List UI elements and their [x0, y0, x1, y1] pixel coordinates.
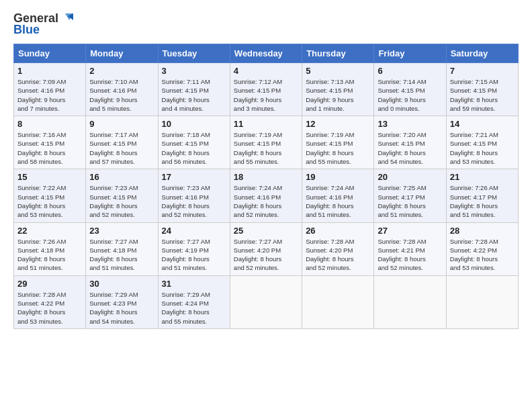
calendar-cell: 25Sunrise: 7:27 AM Sunset: 4:20 PM Dayli… [230, 222, 302, 275]
day-number: 9 [89, 119, 154, 129]
day-info: Sunrise: 7:25 AM Sunset: 4:17 PM Dayligh… [378, 183, 442, 219]
calendar-cell: 12Sunrise: 7:19 AM Sunset: 4:15 PM Dayli… [302, 116, 374, 169]
day-info: Sunrise: 7:23 AM Sunset: 4:16 PM Dayligh… [162, 183, 226, 219]
logo-bird-icon [60, 11, 75, 26]
calendar-week-3: 15Sunrise: 7:22 AM Sunset: 4:15 PM Dayli… [14, 169, 519, 222]
day-info: Sunrise: 7:27 AM Sunset: 4:20 PM Dayligh… [234, 237, 298, 273]
day-number: 27 [378, 226, 442, 236]
calendar-cell: 29Sunrise: 7:28 AM Sunset: 4:22 PM Dayli… [14, 275, 86, 328]
weekday-header-friday: Friday [374, 44, 446, 63]
day-info: Sunrise: 7:11 AM Sunset: 4:15 PM Dayligh… [162, 77, 226, 113]
day-number: 31 [162, 279, 226, 289]
calendar-cell: 8Sunrise: 7:16 AM Sunset: 4:15 PM Daylig… [14, 116, 86, 169]
calendar-week-4: 22Sunrise: 7:26 AM Sunset: 4:18 PM Dayli… [14, 222, 519, 275]
weekday-header-sunday: Sunday [14, 44, 86, 63]
day-info: Sunrise: 7:16 AM Sunset: 4:15 PM Dayligh… [17, 130, 82, 166]
day-info: Sunrise: 7:27 AM Sunset: 4:19 PM Dayligh… [162, 237, 226, 273]
day-info: Sunrise: 7:21 AM Sunset: 4:15 PM Dayligh… [450, 130, 515, 166]
page-header: General Blue [13, 11, 519, 37]
day-info: Sunrise: 7:14 AM Sunset: 4:15 PM Dayligh… [378, 77, 442, 113]
calendar-header-row: SundayMondayTuesdayWednesdayThursdayFrid… [14, 44, 519, 63]
day-info: Sunrise: 7:26 AM Sunset: 4:18 PM Dayligh… [17, 237, 82, 273]
day-number: 14 [450, 119, 515, 129]
day-number: 13 [378, 119, 442, 129]
calendar-cell: 11Sunrise: 7:19 AM Sunset: 4:15 PM Dayli… [230, 116, 302, 169]
day-number: 26 [306, 226, 370, 236]
day-info: Sunrise: 7:28 AM Sunset: 4:21 PM Dayligh… [378, 237, 442, 273]
calendar-cell: 16Sunrise: 7:23 AM Sunset: 4:15 PM Dayli… [86, 169, 158, 222]
calendar-cell: 31Sunrise: 7:29 AM Sunset: 4:24 PM Dayli… [158, 275, 230, 328]
calendar-cell: 20Sunrise: 7:25 AM Sunset: 4:17 PM Dayli… [374, 169, 446, 222]
calendar-cell [446, 275, 518, 328]
weekday-header-wednesday: Wednesday [230, 44, 302, 63]
day-number: 25 [234, 226, 298, 236]
weekday-header-saturday: Saturday [446, 44, 518, 63]
calendar-cell: 10Sunrise: 7:18 AM Sunset: 4:15 PM Dayli… [158, 116, 230, 169]
day-number: 5 [306, 66, 370, 76]
calendar-cell: 23Sunrise: 7:27 AM Sunset: 4:18 PM Dayli… [86, 222, 158, 275]
day-info: Sunrise: 7:28 AM Sunset: 4:22 PM Dayligh… [17, 290, 82, 326]
logo: General Blue [13, 11, 75, 37]
day-info: Sunrise: 7:28 AM Sunset: 4:22 PM Dayligh… [450, 237, 515, 273]
day-number: 3 [162, 66, 226, 76]
day-info: Sunrise: 7:27 AM Sunset: 4:18 PM Dayligh… [89, 237, 154, 273]
calendar-cell: 1Sunrise: 7:09 AM Sunset: 4:16 PM Daylig… [14, 63, 86, 116]
day-number: 30 [89, 279, 154, 289]
calendar-cell: 5Sunrise: 7:13 AM Sunset: 4:15 PM Daylig… [302, 63, 374, 116]
calendar-cell: 2Sunrise: 7:10 AM Sunset: 4:16 PM Daylig… [86, 63, 158, 116]
calendar-cell: 18Sunrise: 7:24 AM Sunset: 4:16 PM Dayli… [230, 169, 302, 222]
day-number: 15 [17, 172, 82, 182]
day-info: Sunrise: 7:09 AM Sunset: 4:16 PM Dayligh… [17, 77, 82, 113]
day-number: 21 [450, 172, 515, 182]
calendar-cell: 3Sunrise: 7:11 AM Sunset: 4:15 PM Daylig… [158, 63, 230, 116]
day-info: Sunrise: 7:29 AM Sunset: 4:23 PM Dayligh… [89, 290, 154, 326]
day-number: 17 [162, 172, 226, 182]
calendar-cell: 26Sunrise: 7:28 AM Sunset: 4:20 PM Dayli… [302, 222, 374, 275]
day-number: 29 [17, 279, 82, 289]
calendar-cell: 4Sunrise: 7:12 AM Sunset: 4:15 PM Daylig… [230, 63, 302, 116]
day-info: Sunrise: 7:19 AM Sunset: 4:15 PM Dayligh… [306, 130, 370, 166]
calendar-cell: 24Sunrise: 7:27 AM Sunset: 4:19 PM Dayli… [158, 222, 230, 275]
day-number: 11 [234, 119, 298, 129]
day-number: 20 [378, 172, 442, 182]
day-number: 4 [234, 66, 298, 76]
calendar-cell: 30Sunrise: 7:29 AM Sunset: 4:23 PM Dayli… [86, 275, 158, 328]
calendar-cell: 6Sunrise: 7:14 AM Sunset: 4:15 PM Daylig… [374, 63, 446, 116]
calendar-cell: 17Sunrise: 7:23 AM Sunset: 4:16 PM Dayli… [158, 169, 230, 222]
day-info: Sunrise: 7:19 AM Sunset: 4:15 PM Dayligh… [234, 130, 298, 166]
day-number: 1 [17, 66, 82, 76]
logo-text-blue: Blue [13, 23, 40, 37]
day-number: 23 [89, 226, 154, 236]
weekday-header-monday: Monday [86, 44, 158, 63]
calendar-week-1: 1Sunrise: 7:09 AM Sunset: 4:16 PM Daylig… [14, 63, 519, 116]
calendar-cell: 7Sunrise: 7:15 AM Sunset: 4:15 PM Daylig… [446, 63, 518, 116]
calendar-cell: 13Sunrise: 7:20 AM Sunset: 4:15 PM Dayli… [374, 116, 446, 169]
calendar-cell [302, 275, 374, 328]
calendar-cell: 9Sunrise: 7:17 AM Sunset: 4:15 PM Daylig… [86, 116, 158, 169]
weekday-header-thursday: Thursday [302, 44, 374, 63]
day-number: 2 [89, 66, 154, 76]
day-info: Sunrise: 7:12 AM Sunset: 4:15 PM Dayligh… [234, 77, 298, 113]
calendar-table: SundayMondayTuesdayWednesdayThursdayFrid… [13, 44, 519, 329]
day-info: Sunrise: 7:28 AM Sunset: 4:20 PM Dayligh… [306, 237, 370, 273]
day-info: Sunrise: 7:13 AM Sunset: 4:15 PM Dayligh… [306, 77, 370, 113]
day-info: Sunrise: 7:26 AM Sunset: 4:17 PM Dayligh… [450, 183, 515, 219]
day-number: 24 [162, 226, 226, 236]
day-info: Sunrise: 7:10 AM Sunset: 4:16 PM Dayligh… [89, 77, 154, 113]
calendar-cell: 27Sunrise: 7:28 AM Sunset: 4:21 PM Dayli… [374, 222, 446, 275]
day-info: Sunrise: 7:20 AM Sunset: 4:15 PM Dayligh… [378, 130, 442, 166]
day-number: 28 [450, 226, 515, 236]
day-info: Sunrise: 7:23 AM Sunset: 4:15 PM Dayligh… [89, 183, 154, 219]
calendar-cell: 28Sunrise: 7:28 AM Sunset: 4:22 PM Dayli… [446, 222, 518, 275]
day-number: 12 [306, 119, 370, 129]
calendar-week-5: 29Sunrise: 7:28 AM Sunset: 4:22 PM Dayli… [14, 275, 519, 328]
day-number: 6 [378, 66, 442, 76]
day-info: Sunrise: 7:24 AM Sunset: 4:16 PM Dayligh… [234, 183, 298, 219]
calendar-week-2: 8Sunrise: 7:16 AM Sunset: 4:15 PM Daylig… [14, 116, 519, 169]
day-number: 7 [450, 66, 515, 76]
day-number: 8 [17, 119, 82, 129]
day-info: Sunrise: 7:29 AM Sunset: 4:24 PM Dayligh… [162, 290, 226, 326]
calendar-cell: 14Sunrise: 7:21 AM Sunset: 4:15 PM Dayli… [446, 116, 518, 169]
day-info: Sunrise: 7:24 AM Sunset: 4:16 PM Dayligh… [306, 183, 370, 219]
day-info: Sunrise: 7:17 AM Sunset: 4:15 PM Dayligh… [89, 130, 154, 166]
